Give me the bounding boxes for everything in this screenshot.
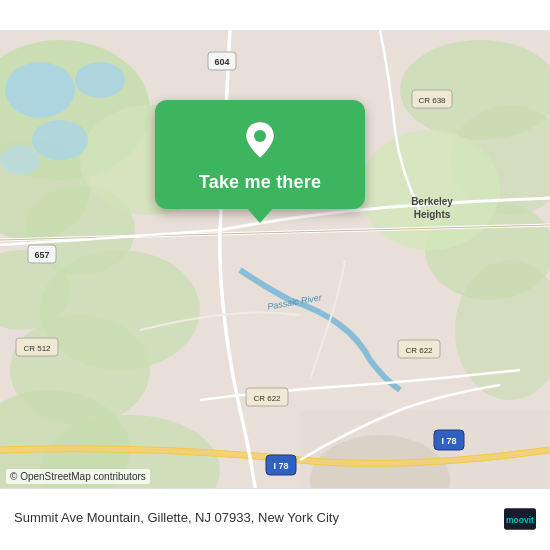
- map-container: 604 604 CR 638 657 CR 512 CR 622 CR 622 …: [0, 0, 550, 550]
- svg-text:Berkeley: Berkeley: [411, 196, 453, 207]
- moovit-logo: moovit: [504, 503, 536, 535]
- svg-point-18: [75, 62, 125, 98]
- svg-text:Heights: Heights: [414, 209, 451, 220]
- bottom-bar: Summit Ave Mountain, Gillette, NJ 07933,…: [0, 488, 550, 550]
- svg-text:I 78: I 78: [441, 436, 456, 446]
- svg-text:657: 657: [34, 250, 49, 260]
- svg-text:I 78: I 78: [273, 461, 288, 471]
- location-card: Take me there: [155, 100, 365, 209]
- svg-text:CR 638: CR 638: [418, 96, 446, 105]
- svg-point-13: [360, 130, 500, 250]
- svg-point-19: [32, 120, 88, 160]
- svg-text:CR 512: CR 512: [23, 344, 51, 353]
- svg-text:604: 604: [214, 57, 229, 67]
- svg-text:CR 622: CR 622: [405, 346, 433, 355]
- address-label: Summit Ave Mountain, Gillette, NJ 07933,…: [14, 510, 504, 527]
- osm-text: © OpenStreetMap contributors: [10, 471, 146, 482]
- svg-text:CR 622: CR 622: [253, 394, 281, 403]
- svg-point-20: [0, 145, 40, 175]
- svg-point-46: [254, 130, 266, 142]
- svg-point-17: [5, 62, 75, 118]
- location-pin-icon: [238, 118, 282, 162]
- svg-text:moovit: moovit: [506, 514, 534, 524]
- take-me-there-button[interactable]: Take me there: [199, 172, 321, 193]
- moovit-icon: moovit: [504, 503, 536, 535]
- osm-attribution: © OpenStreetMap contributors: [6, 469, 150, 484]
- map-background: 604 604 CR 638 657 CR 512 CR 622 CR 622 …: [0, 0, 550, 550]
